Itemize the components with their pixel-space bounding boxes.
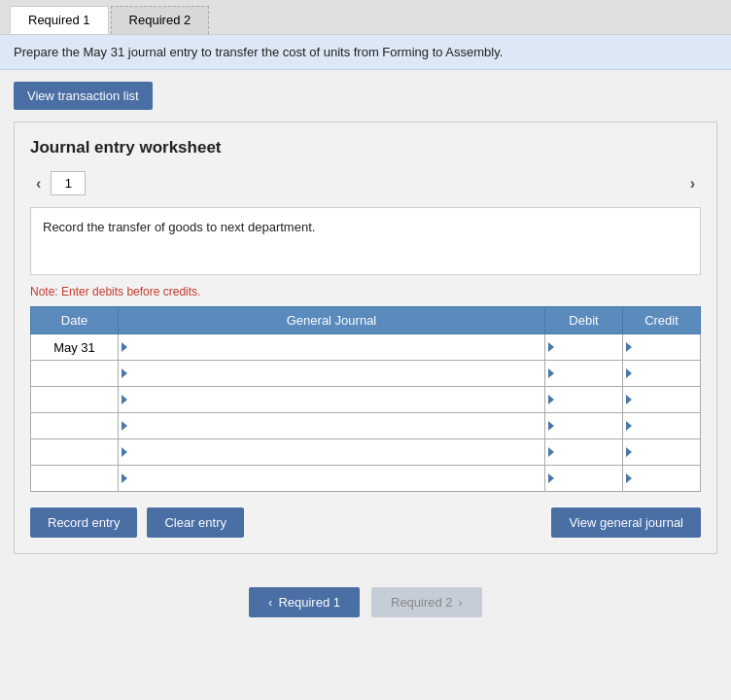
cell-indicator-icon: [122, 368, 127, 378]
tab-required2[interactable]: Required 2: [111, 6, 210, 34]
input-date-3[interactable]: [35, 389, 114, 410]
cell-indicator-icon: [548, 421, 554, 431]
note-text: Note: Enter debits before credits.: [30, 285, 701, 298]
input-date-4[interactable]: [35, 415, 114, 437]
input-credit-1[interactable]: [627, 336, 696, 358]
cell-indicator-icon: [548, 368, 554, 378]
instruction-text: Prepare the May 31 journal entry to tran…: [14, 45, 503, 59]
journal-table: Date General Journal Debit Credit: [30, 306, 701, 492]
cell-debit-1: [545, 334, 623, 361]
cell-indicator-icon: [626, 421, 632, 431]
prev-arrow-icon: ‹: [268, 595, 272, 610]
input-gj-6[interactable]: [122, 468, 540, 489]
cell-indicator-icon: [548, 395, 554, 404]
cell-debit-6: [545, 466, 623, 492]
input-gj-3[interactable]: [122, 389, 540, 410]
input-credit-2[interactable]: [627, 363, 696, 384]
input-gj-5[interactable]: [122, 441, 540, 463]
input-gj-2[interactable]: [122, 363, 540, 384]
table-row: [31, 361, 701, 387]
next-arrow-icon: ›: [459, 595, 463, 610]
cell-debit-2: [545, 361, 623, 387]
action-buttons-row: Record entry Clear entry View general jo…: [30, 508, 701, 538]
cell-gj-5: [119, 439, 545, 466]
cell-indicator-icon: [122, 447, 127, 457]
input-debit-4[interactable]: [549, 415, 618, 437]
cell-indicator-icon: [548, 342, 554, 352]
input-gj-4[interactable]: [122, 415, 540, 437]
worksheet-container: Journal entry worksheet ‹ › Record the t…: [14, 122, 717, 554]
cell-credit-6: [623, 466, 701, 492]
cell-indicator-icon: [122, 473, 127, 483]
clear-entry-button[interactable]: Clear entry: [147, 508, 244, 538]
description-text: Record the transfer of goods to next dep…: [43, 220, 315, 234]
cell-gj-6: [119, 466, 545, 492]
record-entry-button[interactable]: Record entry: [30, 508, 137, 538]
cell-date-3: [31, 387, 119, 413]
table-row: [31, 334, 701, 361]
input-credit-6[interactable]: [627, 468, 696, 489]
description-box: Record the transfer of goods to next dep…: [30, 207, 701, 275]
cell-date-5: [31, 439, 119, 466]
input-debit-5[interactable]: [549, 441, 618, 463]
cell-credit-5: [623, 439, 701, 466]
cell-indicator-icon: [626, 342, 632, 352]
table-row: [31, 466, 701, 492]
cell-debit-5: [545, 439, 623, 466]
input-date-6[interactable]: [35, 468, 114, 489]
cell-indicator-icon: [548, 473, 554, 483]
next-page-button[interactable]: ›: [684, 173, 701, 194]
cell-date-6: [31, 466, 119, 492]
col-header-debit: Debit: [545, 307, 623, 334]
cell-indicator-icon: [548, 447, 554, 457]
col-header-gj: General Journal: [119, 307, 545, 334]
next-required-button[interactable]: Required 2 ›: [371, 587, 482, 617]
bottom-nav: ‹ Required 1 Required 2 ›: [0, 568, 731, 633]
cell-indicator-icon: [122, 421, 127, 431]
cell-indicator-icon: [626, 473, 632, 483]
nav-row: ‹ ›: [30, 171, 701, 195]
input-debit-3[interactable]: [549, 389, 618, 410]
col-header-credit: Credit: [623, 307, 701, 334]
input-date-1[interactable]: [35, 336, 114, 358]
cell-date-1: [31, 334, 119, 361]
input-date-5[interactable]: [35, 441, 114, 463]
cell-credit-4: [623, 413, 701, 439]
cell-credit-2: [623, 361, 701, 387]
cell-debit-3: [545, 387, 623, 413]
cell-gj-2: [119, 361, 545, 387]
input-credit-3[interactable]: [627, 389, 696, 410]
prev-page-button[interactable]: ‹: [30, 173, 47, 194]
input-debit-1[interactable]: [549, 336, 618, 358]
view-transaction-button[interactable]: View transaction list: [14, 82, 153, 110]
col-header-date: Date: [31, 307, 119, 334]
page-number-input[interactable]: [51, 171, 86, 195]
view-general-journal-button[interactable]: View general journal: [551, 508, 701, 538]
cell-indicator-icon: [122, 342, 127, 352]
cell-indicator-icon: [626, 368, 632, 378]
cell-gj-1: [119, 334, 545, 361]
input-credit-4[interactable]: [627, 415, 696, 437]
prev-required-button[interactable]: ‹ Required 1: [249, 587, 360, 617]
input-gj-1[interactable]: [122, 336, 540, 358]
cell-date-2: [31, 361, 119, 387]
input-debit-6[interactable]: [549, 468, 618, 489]
cell-gj-3: [119, 387, 545, 413]
tabs-bar: Required 1 Required 2: [0, 0, 731, 35]
cell-gj-4: [119, 413, 545, 439]
cell-debit-4: [545, 413, 623, 439]
cell-credit-3: [623, 387, 701, 413]
input-debit-2[interactable]: [549, 363, 618, 384]
tab-required1[interactable]: Required 1: [10, 6, 109, 34]
table-row: [31, 387, 701, 413]
worksheet-title: Journal entry worksheet: [30, 138, 701, 158]
input-date-2[interactable]: [35, 363, 114, 384]
cell-indicator-icon: [626, 447, 632, 457]
cell-date-4: [31, 413, 119, 439]
cell-indicator-icon: [122, 395, 127, 404]
table-row: [31, 413, 701, 439]
cell-indicator-icon: [626, 395, 632, 404]
cell-credit-1: [623, 334, 701, 361]
instruction-bar: Prepare the May 31 journal entry to tran…: [0, 35, 731, 70]
input-credit-5[interactable]: [627, 441, 696, 463]
